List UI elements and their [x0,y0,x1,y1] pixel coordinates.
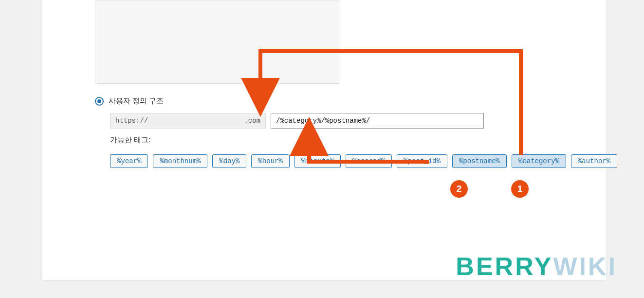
tag-day-button[interactable]: %day% [212,154,246,168]
url-scheme: https:// [115,113,148,128]
settings-panel: 사용자 정의 구조 https:// .com 가능한 태그: %year%%m… [42,0,606,280]
custom-structure-label: 사용자 정의 구조 [109,96,164,106]
site-url-prefix: https:// .com [110,113,266,129]
tag-minute-button[interactable]: %minute% [294,154,341,168]
available-tags-label: 가능한 태그: [110,135,150,145]
tag-author-button[interactable]: %author% [571,154,617,168]
permalink-url-row: https:// .com [110,113,484,129]
tag-year-button[interactable]: %year% [110,154,148,168]
tag-category-button[interactable]: %category% [512,154,566,168]
tag-post-id-button[interactable]: %post_id% [397,154,447,168]
url-domain: .com [244,113,260,128]
placeholder-box [95,0,339,84]
watermark-part2: WIKI [553,252,617,280]
custom-structure-option[interactable]: 사용자 정의 구조 [95,96,164,106]
tag-second-button[interactable]: %second% [346,154,392,168]
watermark: BERRYWIKI [456,252,617,281]
tag-monthnum-button[interactable]: %monthnum% [153,154,207,168]
tag-hour-button[interactable]: %hour% [251,154,289,168]
radio-selected-icon[interactable] [95,97,104,106]
permalink-structure-input[interactable] [271,113,484,129]
available-tags-row: %year%%monthnum%%day%%hour%%minute%%seco… [110,154,617,168]
watermark-part1: BERRY [456,252,553,280]
tag-postname-button[interactable]: %postname% [452,154,507,168]
